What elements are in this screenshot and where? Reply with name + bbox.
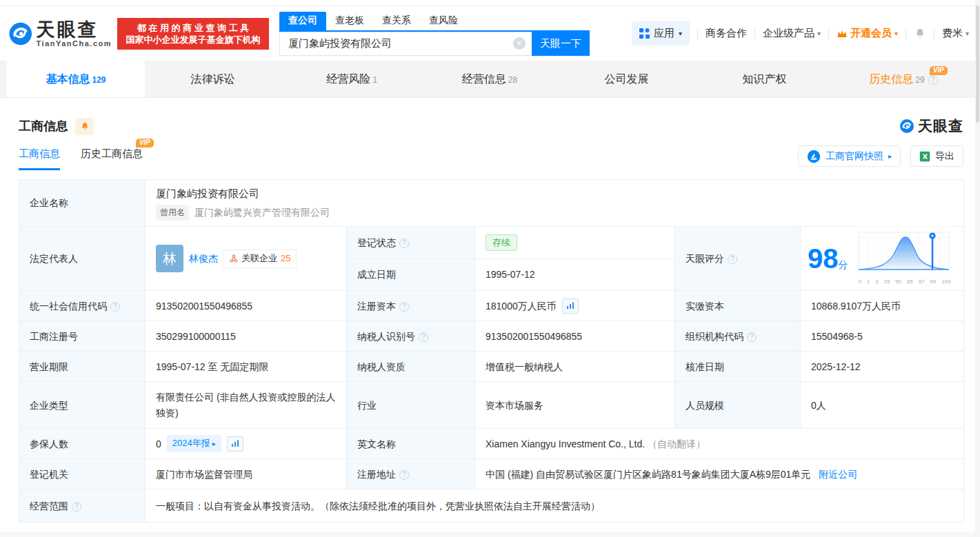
help-icon[interactable]: ?: [928, 75, 938, 85]
tab-label: 历史信息: [869, 73, 913, 85]
status-badge: 存续: [486, 234, 517, 252]
business-cooperation-link[interactable]: 商务合作: [706, 27, 747, 40]
score-axis-tick: 3: [875, 278, 878, 287]
annual-report-badge[interactable]: 2024年报 ▸: [167, 435, 221, 452]
vip-upgrade-menu[interactable]: 开通会员 ▾: [837, 27, 898, 40]
reg-address-value: 中国 (福建) 自由贸易试验区厦门片区象屿路81号象屿集团大厦A栋9层01单元: [486, 469, 810, 480]
help-icon[interactable]: ?: [728, 254, 737, 264]
clear-search-icon[interactable]: ✕: [513, 37, 526, 50]
legal-rep-name-link[interactable]: 林俊杰: [189, 251, 218, 266]
help-icon[interactable]: ?: [419, 332, 428, 342]
vip-badge: VIP: [930, 66, 948, 75]
export-button[interactable]: 导出: [910, 145, 963, 167]
company-type-value: 有限责任公司 (非自然人投资或控股的法人独资): [146, 382, 347, 429]
apps-grid-icon: [639, 28, 650, 39]
org-code-label: 组织机构代码: [686, 331, 743, 342]
score-unit: 分: [839, 259, 848, 270]
business-term-label: 营业期限: [19, 352, 146, 382]
english-name-value: Xiamen Xiangyu Investment Co., Ltd.: [486, 438, 645, 449]
search-tab-risk[interactable]: 查风险: [420, 12, 467, 30]
official-snapshot-button[interactable]: 工商官网快照 ▸: [798, 145, 901, 167]
tab-operating-risk[interactable]: 经营风险1: [283, 61, 421, 97]
divider: [828, 28, 829, 39]
search-button[interactable]: 天眼一下: [532, 32, 590, 56]
credit-code-label: 统一社会信用代码: [30, 301, 107, 312]
reg-authority-value: 厦门市市场监督管理局: [146, 459, 347, 489]
reg-address-label: 注册地址: [357, 469, 396, 480]
help-icon[interactable]: ?: [110, 302, 120, 312]
tab-business-info[interactable]: 经营信息28: [421, 61, 559, 97]
table-row: 参保人数 0 2024年报 ▸: [19, 429, 964, 459]
tab-label: 法律诉讼: [191, 73, 235, 85]
help-icon[interactable]: ?: [399, 302, 409, 312]
slogan-line1: 都 在 用 的 商 业 查 询 工 具: [123, 22, 263, 34]
taxpayer-quality-value: 增值税一般纳税人: [475, 352, 675, 382]
search-tab-relation[interactable]: 查关系: [373, 12, 420, 30]
subtab-business-registration[interactable]: 工商信息: [19, 148, 60, 170]
taxpayer-id-label: 纳税人识别号: [357, 331, 415, 342]
subscribe-bell-button[interactable]: [75, 118, 94, 135]
subtab-history-registration[interactable]: VIP 历史工商信息: [81, 148, 143, 170]
vip-label: 开通会员: [850, 27, 892, 40]
business-scope-value: 一般项目：以自有资金从事投资活动。（除依法须经批准的项目外，凭营业执照依法自主开…: [146, 489, 964, 523]
industry-value: 资本市场服务: [475, 382, 675, 429]
nearby-companies-link[interactable]: 附近公司: [819, 469, 857, 480]
score-chart-labels: 0131550859799100: [859, 278, 951, 287]
tianyancha-logo-icon: [8, 18, 33, 50]
tianyancha-logo[interactable]: 天眼查 TianYanCha.com: [8, 18, 112, 50]
score-axis-tick: 85: [907, 278, 913, 287]
bell-icon: [80, 121, 90, 132]
tab-count: 1: [372, 75, 377, 85]
tab-intellectual-property[interactable]: 知识产权: [697, 61, 834, 97]
insured-trend-icon[interactable]: [227, 436, 243, 452]
score-axis-tick: 1: [867, 278, 870, 287]
insured-count-label: 参保人数: [19, 429, 146, 459]
paid-capital-value: 10868.9107万人民币: [801, 291, 964, 321]
divider: [754, 28, 755, 39]
reg-capital-label: 注册资本: [357, 301, 396, 312]
help-icon[interactable]: ?: [399, 239, 409, 248]
related-count: 25: [281, 252, 290, 266]
related-companies-badge[interactable]: 关联企业 25: [223, 250, 297, 268]
arrow-right-icon: ▸: [888, 152, 892, 160]
org-code-value: 15504968-5: [801, 321, 964, 352]
search-tabs: 查公司 查老板 查关系 查风险: [279, 12, 590, 32]
taxpayer-quality-label: 纳税人资质: [347, 352, 475, 382]
search-tab-boss[interactable]: 查老板: [326, 12, 373, 30]
help-icon[interactable]: ?: [72, 502, 81, 511]
capital-trend-icon[interactable]: [562, 298, 579, 314]
export-label: 导出: [935, 150, 954, 163]
logo-domain: TianYanCha.com: [37, 39, 112, 48]
scrollbar-thumb[interactable]: [976, 6, 979, 123]
search-tab-company[interactable]: 查公司: [279, 12, 326, 30]
apps-label: 应用: [654, 27, 674, 40]
annual-report-label: 2024年报: [172, 436, 210, 451]
site-header: 天眼查 TianYanCha.com 都 在 用 的 商 业 查 询 工 具 国…: [0, 6, 980, 61]
chevron-down-icon: ▾: [966, 30, 969, 37]
legal-rep-avatar[interactable]: 林: [156, 245, 183, 272]
score-axis-tick: 0: [859, 278, 861, 287]
logo-name: 天眼查: [37, 20, 112, 39]
enterprise-products-menu[interactable]: 企业级产品 ▾: [763, 27, 821, 40]
table-row: 经营范围? 一般项目：以自有资金从事投资活动。（除依法须经批准的项目外，凭营业执…: [19, 489, 964, 523]
apps-menu[interactable]: 应用 ▾: [632, 21, 690, 45]
cooperation-label: 商务合作: [706, 27, 747, 40]
search-input[interactable]: [279, 32, 532, 56]
tab-history-info[interactable]: VIP 历史信息29?: [834, 61, 972, 97]
enterprise-label: 企业级产品: [763, 27, 814, 40]
tab-basic-info[interactable]: 基本信息129: [7, 61, 145, 97]
notification-bell-icon[interactable]: [914, 27, 926, 40]
score-axis-tick: 15: [883, 278, 890, 287]
tianyancha-watermark: 天眼查: [899, 116, 963, 136]
reg-authority-label: 登记机关: [19, 459, 146, 489]
help-icon[interactable]: ?: [399, 470, 409, 480]
tab-legal-lawsuits[interactable]: 法律诉讼: [145, 61, 283, 97]
table-row: 工商注册号 350299100000115 纳税人识别号? 9135020015…: [19, 321, 964, 352]
tab-company-development[interactable]: 公司发展: [559, 61, 697, 97]
username: 费米: [942, 27, 963, 40]
help-icon[interactable]: ?: [747, 332, 757, 342]
score-distribution-chart: 0131550859799100: [857, 231, 952, 286]
user-menu[interactable]: 费米 ▾: [942, 27, 969, 40]
score-axis-tick: 100: [941, 278, 950, 287]
scrollbar[interactable]: [975, 0, 980, 537]
